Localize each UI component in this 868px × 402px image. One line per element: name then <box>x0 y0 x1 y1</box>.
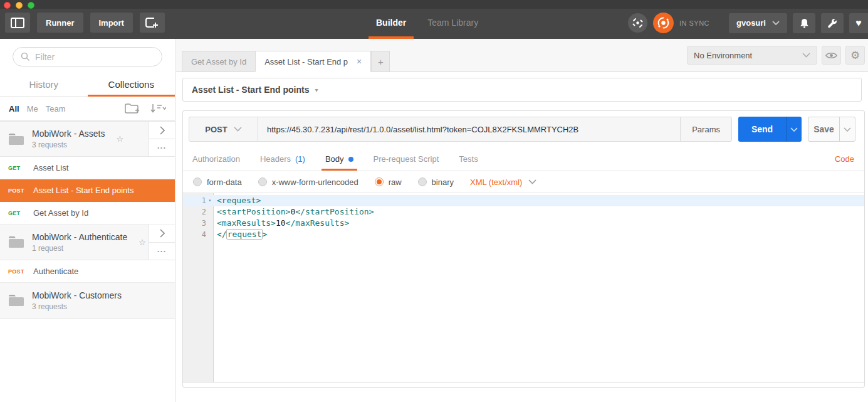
scope-all[interactable]: All <box>9 104 19 114</box>
method-select[interactable]: POST <box>189 117 258 141</box>
request-get-asset-by-id[interactable]: GET Get Asset by Id <box>0 202 175 225</box>
window-controls <box>4 2 34 9</box>
environment-settings-button[interactable]: ⚙ <box>845 46 865 65</box>
request-name: Get Asset by Id <box>33 208 88 218</box>
folder-icon <box>8 133 24 145</box>
minimize-window-button[interactable] <box>16 2 23 9</box>
environment-value: No Environment <box>694 51 752 60</box>
mode-form-data[interactable]: form-data <box>193 177 242 187</box>
request-authenticate[interactable]: POST Authenticate <box>0 260 175 283</box>
postman-app: Runner Import Builder Team Library <box>0 0 868 402</box>
environment-quicklook-button[interactable] <box>822 46 841 65</box>
request-title-box[interactable]: Asset List - Start End points ▾ <box>182 78 862 102</box>
new-tab-button[interactable]: + <box>371 51 390 72</box>
url-input[interactable]: https://45.30.7.231/api/rest/1/1.0.0/ass… <box>258 125 680 134</box>
collection-controls: ••• <box>149 225 175 260</box>
scope-me[interactable]: Me <box>27 104 38 114</box>
favorite-star-icon[interactable]: ☆ <box>116 134 123 144</box>
send-options-button[interactable] <box>786 117 802 142</box>
code-line[interactable]: 2<startPosition>0</startPosition> <box>183 206 864 218</box>
tab-builder[interactable]: Builder <box>376 13 406 39</box>
favorite-star-icon[interactable]: ☆ <box>139 238 146 247</box>
import-button[interactable]: Import <box>90 13 133 33</box>
sort-icon[interactable] <box>150 103 166 114</box>
chevron-down-icon <box>234 127 242 132</box>
gear-icon: ⚙ <box>850 49 860 62</box>
new-window-button[interactable] <box>140 13 165 33</box>
collection-mobiwork-assets[interactable]: MobiWork - Assets 3 requests ☆ ••• <box>0 121 175 157</box>
request-asset-list[interactable]: GET Asset List <box>0 157 175 179</box>
tab-collections[interactable]: Collections <box>88 74 175 96</box>
save-button[interactable]: Save <box>808 117 839 141</box>
filter-input[interactable] <box>35 52 142 62</box>
collection-expand-button[interactable] <box>149 122 175 139</box>
document-tabstrip: Get Asset by Id Asset List - Start End p… <box>176 39 868 72</box>
tab-tests[interactable]: Tests <box>459 147 478 171</box>
code-line[interactable]: 1▾<request> <box>183 195 864 206</box>
body-mode-row: form-data x-www-form-urlencoded raw bina… <box>183 171 864 193</box>
tab-pre-request-script[interactable]: Pre-request Script <box>374 147 439 171</box>
mode-raw[interactable]: raw <box>375 177 402 187</box>
close-window-button[interactable] <box>4 2 11 9</box>
method-badge: GET <box>8 165 33 171</box>
collection-mobiwork-authenticate[interactable]: MobiWork - Authenticate 1 request ☆ ••• <box>0 225 175 260</box>
save-button-group: Save <box>808 117 855 142</box>
method-badge: GET <box>8 210 33 216</box>
user-menu-button[interactable]: gvosuri <box>729 13 787 33</box>
environment-area: No Environment ⚙ <box>687 46 865 65</box>
content-type-value: XML (text/xml) <box>470 177 522 187</box>
request-asset-list-start-end-points[interactable]: POST Asset List - Start End points <box>0 179 175 202</box>
request-builder-panel: POST https://45.30.7.231/api/rest/1/1.0.… <box>182 110 865 388</box>
zoom-window-button[interactable] <box>28 2 34 9</box>
sidebar-tabs: History Collections <box>0 74 175 97</box>
mode-urlencoded[interactable]: x-www-form-urlencoded <box>258 177 358 187</box>
mode-binary[interactable]: binary <box>418 177 454 187</box>
new-folder-icon[interactable] <box>125 103 140 114</box>
collections-toolbar: All Me Team <box>0 97 175 121</box>
tab-history[interactable]: History <box>0 74 88 96</box>
main-area: Get Asset by Id Asset List - Start End p… <box>176 39 868 402</box>
username-label: gvosuri <box>736 18 766 28</box>
mode-label: raw <box>389 177 402 187</box>
collection-expand-button[interactable] <box>149 225 175 242</box>
code-line[interactable]: 4</request> <box>183 229 864 240</box>
chevron-down-icon <box>528 179 536 184</box>
filter-box[interactable] <box>13 47 162 66</box>
doc-tab-asset-list-start-end[interactable]: Asset List - Start End p × <box>255 51 371 72</box>
save-options-button[interactable] <box>839 117 855 141</box>
title-caret-icon[interactable]: ▾ <box>315 87 318 93</box>
settings-button[interactable] <box>821 13 844 33</box>
collection-main: MobiWork - Authenticate 1 request ☆ <box>0 225 149 260</box>
tab-authorization[interactable]: Authorization <box>192 147 240 171</box>
sync-status-button[interactable] <box>653 13 674 33</box>
doc-tab-get-asset-by-id[interactable]: Get Asset by Id <box>182 51 255 72</box>
collection-menu-button[interactable]: ••• <box>149 139 175 156</box>
radio-selected-icon <box>375 177 384 186</box>
notifications-button[interactable] <box>793 13 815 33</box>
send-button[interactable]: Send <box>738 117 786 142</box>
collection-menu-button[interactable]: ••• <box>149 242 175 260</box>
tab-team-library[interactable]: Team Library <box>427 13 478 39</box>
params-button[interactable]: Params <box>680 117 731 141</box>
content-type-select[interactable]: XML (text/xml) <box>470 177 536 187</box>
favorites-button[interactable]: ♥ <box>849 13 868 33</box>
wrench-icon <box>827 18 837 28</box>
scope-team[interactable]: Team <box>46 104 66 114</box>
sync-icon <box>657 16 670 29</box>
generate-code-link[interactable]: Code <box>835 154 854 164</box>
sidebar: History Collections All Me Team <box>0 39 175 402</box>
topbar-left-actions: Runner Import <box>5 13 165 33</box>
top-bar: Runner Import Builder Team Library <box>0 0 868 39</box>
runner-button[interactable]: Runner <box>37 13 83 33</box>
close-tab-icon[interactable]: × <box>357 56 362 66</box>
tab-headers[interactable]: Headers (1) <box>260 147 305 171</box>
collection-request-count: 3 requests <box>32 302 122 311</box>
interceptor-button[interactable] <box>628 13 647 33</box>
code-line[interactable]: 3<maxResults>10</maxResults> <box>183 218 864 229</box>
tab-label: Authorization <box>192 154 240 164</box>
collection-mobiwork-customers[interactable]: MobiWork - Customers 3 requests <box>0 283 175 319</box>
sidebar-toggle-button[interactable] <box>5 13 30 33</box>
tab-body[interactable]: Body <box>325 147 353 171</box>
environment-select[interactable]: No Environment <box>687 46 817 65</box>
raw-body-editor[interactable]: 1▾<request>2<startPosition>0</startPosit… <box>183 193 864 383</box>
